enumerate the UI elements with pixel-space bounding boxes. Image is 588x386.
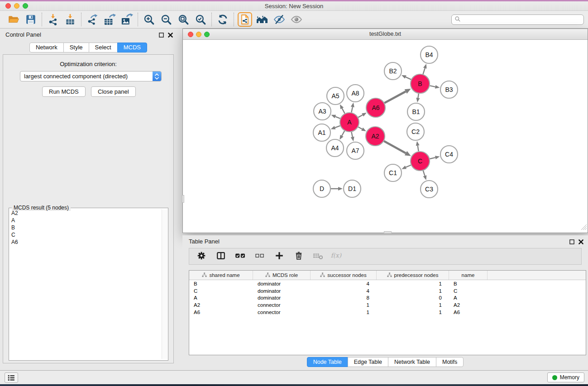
hide-eye-button[interactable] bbox=[272, 12, 287, 27]
table-panel: Table Panel f(x) shared nameMCDS rolesuc… bbox=[182, 235, 588, 370]
edge-A-A3[interactable] bbox=[335, 117, 340, 119]
column-header-predecessor-nodes[interactable]: predecessor nodes bbox=[377, 271, 449, 280]
tab-motifs[interactable]: Motifs bbox=[436, 357, 464, 367]
search-input[interactable] bbox=[463, 17, 583, 23]
node-label-A8: A8 bbox=[351, 90, 359, 97]
resize-grip-icon[interactable] bbox=[581, 224, 587, 232]
search-field[interactable] bbox=[451, 14, 584, 25]
cell-shared-name: A bbox=[189, 295, 253, 300]
edge-A-A1[interactable] bbox=[335, 126, 340, 128]
delete-table-button bbox=[312, 251, 324, 262]
new-session-network-button[interactable] bbox=[238, 12, 252, 27]
cell-name: A2 bbox=[449, 302, 488, 308]
export-table-button[interactable] bbox=[102, 12, 117, 27]
node-label-A5: A5 bbox=[331, 92, 339, 100]
edge-C-C2[interactable] bbox=[418, 146, 419, 152]
refresh-button[interactable] bbox=[215, 12, 230, 27]
open-file-button[interactable] bbox=[6, 12, 21, 27]
edge-B-B2[interactable] bbox=[406, 77, 411, 80]
tab-network-table[interactable]: Network Table bbox=[388, 357, 436, 367]
export-network-button[interactable] bbox=[85, 12, 100, 27]
network-close-button[interactable] bbox=[188, 32, 193, 37]
edge-A-A5[interactable] bbox=[342, 108, 345, 113]
column-header-MCDS-role[interactable]: MCDS role bbox=[253, 271, 311, 280]
tab-select[interactable]: Select bbox=[89, 43, 118, 52]
column-header-shared-name[interactable]: shared name bbox=[189, 271, 253, 280]
memory-button[interactable]: Memory bbox=[547, 372, 584, 382]
settings-gear-button[interactable] bbox=[196, 251, 207, 262]
edge-C-C3[interactable] bbox=[423, 171, 425, 176]
tab-node-table[interactable]: Node Table bbox=[307, 357, 348, 367]
criterion-dropdown[interactable]: largest connected component (directed) bbox=[20, 71, 162, 81]
result-item[interactable]: A2 bbox=[10, 210, 160, 217]
home-button[interactable] bbox=[255, 12, 269, 27]
tab-mcds[interactable]: MCDS bbox=[117, 43, 147, 52]
edge-B-B3[interactable] bbox=[430, 86, 435, 86]
close-panel-icon[interactable] bbox=[578, 238, 583, 246]
cell-successor-nodes: 4 bbox=[311, 288, 377, 294]
run-mcds-button[interactable]: Run MCDS bbox=[42, 86, 86, 97]
mcds-panel: Optimization criterion: largest connecte… bbox=[3, 54, 174, 363]
zoom-selected-button[interactable] bbox=[193, 12, 208, 27]
select-all-checkbox-button[interactable] bbox=[234, 251, 246, 262]
float-panel-icon[interactable] bbox=[569, 238, 574, 246]
result-item[interactable]: A6 bbox=[10, 238, 160, 246]
table-row[interactable]: Adominator80A bbox=[189, 295, 586, 302]
close-panel-button[interactable]: Close panel bbox=[91, 86, 136, 97]
close-window-button[interactable] bbox=[5, 3, 11, 9]
svg-text:f(x): f(x) bbox=[331, 252, 342, 259]
delete-row-trash-button[interactable] bbox=[293, 251, 305, 262]
edge-C-C4[interactable] bbox=[430, 157, 435, 159]
zoom-in-button[interactable] bbox=[142, 12, 156, 27]
add-row-plus-button[interactable] bbox=[273, 251, 285, 262]
node-label-B3: B3 bbox=[445, 86, 453, 93]
columns-button[interactable] bbox=[215, 251, 227, 262]
edge-A-A2[interactable] bbox=[358, 127, 362, 129]
node-table[interactable]: shared nameMCDS rolesuccessor nodesprede… bbox=[189, 270, 586, 355]
edge-C-C1[interactable] bbox=[406, 165, 411, 167]
zoom-fit-button[interactable] bbox=[176, 12, 191, 27]
network-minimize-button[interactable] bbox=[196, 32, 201, 37]
show-eye-button[interactable] bbox=[289, 12, 304, 27]
table-row[interactable]: Cdominator41C bbox=[189, 287, 586, 295]
import-network-button[interactable] bbox=[46, 12, 60, 27]
minimize-window-button[interactable] bbox=[14, 3, 19, 9]
result-scrollbar[interactable] bbox=[162, 210, 167, 359]
task-history-button[interactable] bbox=[5, 372, 18, 383]
edge-A-A4[interactable] bbox=[342, 131, 344, 136]
edge-A-A8[interactable] bbox=[351, 107, 352, 112]
network-canvas[interactable]: AA1A2A3A4A5A6A7A8BB1B2B3B4CC1C2C3C4DD1 bbox=[183, 40, 588, 233]
network-zoom-button[interactable] bbox=[204, 32, 210, 37]
close-panel-icon[interactable] bbox=[168, 31, 173, 39]
splitter-grip-bottom[interactable] bbox=[384, 231, 392, 234]
desktop-background bbox=[0, 384, 588, 386]
table-row[interactable]: A6connector11A6 bbox=[189, 309, 586, 316]
network-window-titlebar[interactable]: testGlobe.txt bbox=[183, 29, 588, 40]
edge-A-A6[interactable] bbox=[358, 115, 363, 117]
tab-network[interactable]: Network bbox=[29, 43, 64, 52]
edge-A2-C[interactable] bbox=[384, 141, 406, 153]
deselect-checkbox-button[interactable] bbox=[254, 251, 266, 262]
table-row[interactable]: Bdominator41B bbox=[189, 280, 586, 287]
column-header-name[interactable]: name bbox=[449, 271, 488, 280]
node-label-C: C bbox=[418, 157, 422, 165]
import-table-button[interactable] bbox=[63, 12, 77, 27]
zoom-window-button[interactable] bbox=[23, 3, 28, 9]
result-item[interactable]: B bbox=[10, 224, 160, 231]
export-image-button[interactable] bbox=[120, 12, 134, 27]
tab-edge-table[interactable]: Edge Table bbox=[348, 357, 388, 367]
splitter-grip-left[interactable] bbox=[182, 195, 184, 203]
table-row[interactable]: A2connector11A2 bbox=[189, 301, 586, 309]
import-network-icon bbox=[47, 13, 59, 26]
zoom-out-button[interactable] bbox=[159, 12, 173, 27]
float-panel-icon[interactable] bbox=[159, 31, 164, 39]
result-item[interactable]: A bbox=[10, 217, 160, 224]
edge-A-A7[interactable] bbox=[351, 132, 352, 137]
edge-B-B4[interactable] bbox=[423, 68, 425, 74]
edge-A6-B[interactable] bbox=[384, 91, 406, 103]
tab-style[interactable]: Style bbox=[63, 43, 89, 52]
edge-B-B1[interactable] bbox=[418, 94, 418, 98]
save-session-button[interactable] bbox=[24, 12, 38, 27]
result-item[interactable]: C bbox=[10, 231, 160, 238]
column-header-successor-nodes[interactable]: successor nodes bbox=[311, 271, 377, 280]
